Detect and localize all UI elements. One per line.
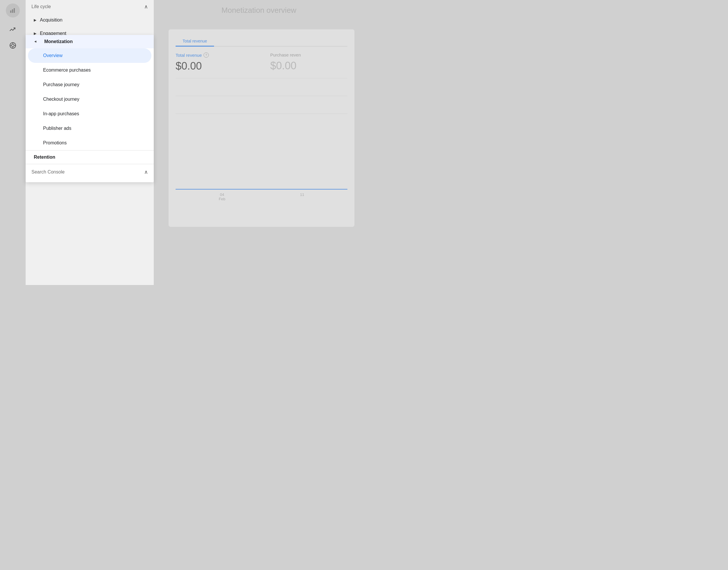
- chart-area: 04 Feb 11: [176, 120, 347, 201]
- total-revenue-help-icon[interactable]: ?: [204, 52, 209, 58]
- trending-icon-button[interactable]: [6, 22, 20, 36]
- revenue-card: Total revenue Total revenue ? $0.00 Purc…: [168, 29, 355, 227]
- chart-label-11: 11: [300, 193, 304, 201]
- ecommerce-label: Ecommerce purchases: [43, 67, 91, 73]
- divider-2: [176, 96, 347, 96]
- chart-label-04-feb: 04 Feb: [219, 193, 225, 201]
- main-content: Monetization overview Total revenue Tota…: [154, 0, 364, 285]
- sidebar-item-retention[interactable]: Retention: [26, 150, 154, 164]
- publisher-ads-label: Publisher ads: [43, 126, 71, 131]
- svg-point-4: [12, 44, 14, 47]
- chart-labels: 04 Feb 11: [176, 193, 347, 201]
- lifecycle-label: Life cycle: [31, 4, 51, 9]
- checkout-journey-label: Checkout journey: [43, 97, 79, 102]
- tab-total-revenue[interactable]: Total revenue: [176, 36, 214, 47]
- divider-3: [176, 113, 347, 114]
- acquisition-label: Acquisition: [40, 17, 62, 23]
- revenue-grid: Total revenue ? $0.00 Purchase reven $0.…: [176, 52, 347, 72]
- chart-line: [176, 189, 347, 190]
- divider-1: [176, 78, 347, 78]
- svg-rect-1: [12, 9, 13, 13]
- overview-label: Overview: [43, 53, 63, 58]
- search-console-chevron-icon: ∧: [144, 169, 148, 175]
- retention-label: Retention: [34, 155, 55, 160]
- sidebar-item-monetization[interactable]: ▼ Monetization: [26, 35, 154, 48]
- card-tab-bar: Total revenue: [176, 36, 347, 47]
- promotions-label: Promotions: [43, 140, 67, 146]
- search-console-header[interactable]: Search Console ∧: [26, 164, 154, 180]
- purchase-revenue-col: Purchase reven $0.00: [270, 52, 347, 72]
- sidebar-item-ecommerce-purchases[interactable]: Ecommerce purchases: [26, 63, 154, 77]
- lifecycle-section-header[interactable]: Life cycle ∧: [26, 0, 154, 13]
- purchase-journey-label: Purchase journey: [43, 82, 79, 87]
- acquisition-arrow-icon: ▶: [34, 18, 36, 22]
- purchase-revenue-label: Purchase reven: [270, 52, 347, 57]
- page-title: Monetization overview: [221, 6, 296, 15]
- sidebar-item-in-app-purchases[interactable]: In-app purchases: [26, 106, 154, 121]
- search-console-section: Search Console ∧: [26, 164, 154, 180]
- lifecycle-chevron-icon: ∧: [144, 3, 148, 10]
- icon-bar: [0, 0, 26, 285]
- monetization-dropdown: ▼ Monetization Overview Ecommerce purcha…: [26, 35, 154, 182]
- tab-total-revenue-label: Total revenue: [183, 39, 207, 43]
- total-revenue-label: Total revenue ?: [176, 52, 253, 58]
- total-revenue-value: $0.00: [176, 60, 253, 72]
- total-revenue-col: Total revenue ? $0.00: [176, 52, 253, 72]
- sidebar-item-purchase-journey[interactable]: Purchase journey: [26, 77, 154, 92]
- sidebar-item-checkout-journey[interactable]: Checkout journey: [26, 92, 154, 106]
- target-icon-button[interactable]: [6, 38, 20, 52]
- app-logo: [6, 3, 20, 17]
- monetization-label: Monetization: [44, 39, 73, 44]
- sidebar-item-overview[interactable]: Overview: [28, 48, 152, 63]
- sidebar-item-publisher-ads[interactable]: Publisher ads: [26, 121, 154, 136]
- svg-rect-0: [10, 10, 11, 13]
- sidebar-item-acquisition[interactable]: ▶ Acquisition: [26, 13, 154, 27]
- search-console-label: Search Console: [31, 170, 65, 175]
- monetization-arrow-icon: ▼: [33, 40, 38, 43]
- svg-rect-2: [14, 8, 15, 13]
- purchase-revenue-value: $0.00: [270, 60, 347, 72]
- sidebar-item-promotions[interactable]: Promotions: [26, 136, 154, 150]
- in-app-purchases-label: In-app purchases: [43, 111, 79, 116]
